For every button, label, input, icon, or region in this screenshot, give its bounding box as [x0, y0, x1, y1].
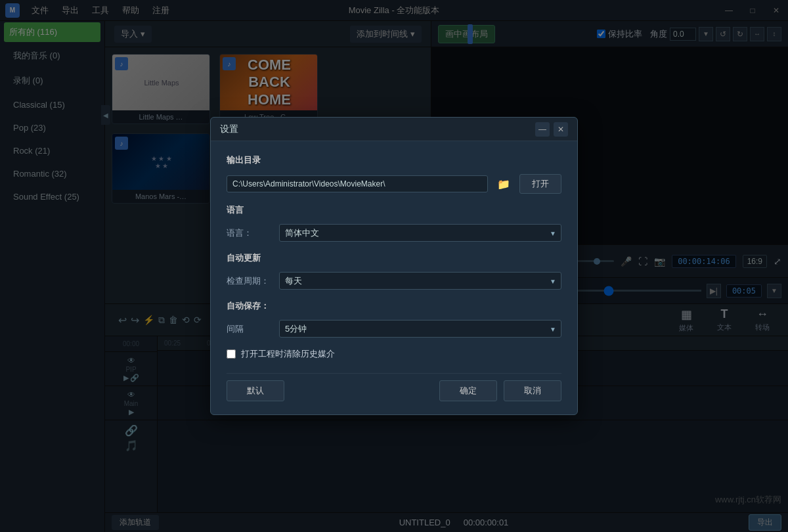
dialog-title-bar: 设置 — ✕ [211, 118, 577, 141]
clear-history-checkbox[interactable] [227, 349, 236, 359]
output-path-input[interactable] [227, 175, 488, 192]
autosave-row: 间隔 5分钟 10分钟 15分钟 30分钟 [227, 320, 561, 338]
lang-select[interactable]: 简体中文 English 繁體中文 [279, 224, 561, 242]
dialog-title-controls[interactable]: — ✕ [535, 122, 568, 137]
update-label: 检查周期： [227, 275, 273, 287]
update-select-wrapper: 每天 每周 从不 [279, 272, 561, 290]
output-section-label: 输出目录 [227, 154, 561, 166]
dialog-footer: 默认 确定 取消 [227, 373, 561, 401]
update-row: 检查周期： 每天 每周 从不 [227, 272, 561, 290]
autosave-select[interactable]: 5分钟 10分钟 15分钟 30分钟 [279, 320, 561, 338]
autosave-select-wrapper: 5分钟 10分钟 15分钟 30分钟 [279, 320, 561, 338]
autosave-section-label: 自动保存： [227, 300, 561, 312]
lang-row: 语言： 简体中文 English 繁體中文 [227, 224, 561, 242]
settings-dialog: 设置 — ✕ 输出目录 📁 打开 语言 语言： 简体中文 [210, 117, 578, 415]
update-select[interactable]: 每天 每周 从不 [279, 272, 561, 290]
clear-history-row: 打开工程时清除历史媒介 [227, 348, 561, 360]
cancel-button[interactable]: 取消 [504, 380, 561, 401]
browse-button[interactable]: 打开 [519, 174, 561, 194]
output-dir-row: 📁 打开 [227, 174, 561, 194]
dialog-minimize-btn[interactable]: — [535, 122, 550, 137]
update-section-label: 自动更新 [227, 252, 561, 264]
folder-icon[interactable]: 📁 [497, 178, 510, 190]
lang-select-wrapper: 简体中文 English 繁體中文 [279, 224, 561, 242]
lang-section-label: 语言 [227, 204, 561, 216]
clear-history-label: 打开工程时清除历史媒介 [241, 348, 335, 360]
dialog-close-btn[interactable]: ✕ [554, 122, 568, 137]
autosave-label: 间隔 [227, 323, 273, 335]
ok-button[interactable]: 确定 [439, 380, 497, 401]
footer-center-buttons: 确定 取消 [439, 380, 561, 401]
dialog-overlay: 设置 — ✕ 输出目录 📁 打开 语言 语言： 简体中文 [0, 0, 788, 532]
dialog-body: 输出目录 📁 打开 语言 语言： 简体中文 English 繁體中文 [211, 141, 577, 414]
lang-label: 语言： [227, 227, 273, 239]
dialog-title: 设置 [220, 123, 238, 135]
default-button[interactable]: 默认 [227, 380, 284, 401]
